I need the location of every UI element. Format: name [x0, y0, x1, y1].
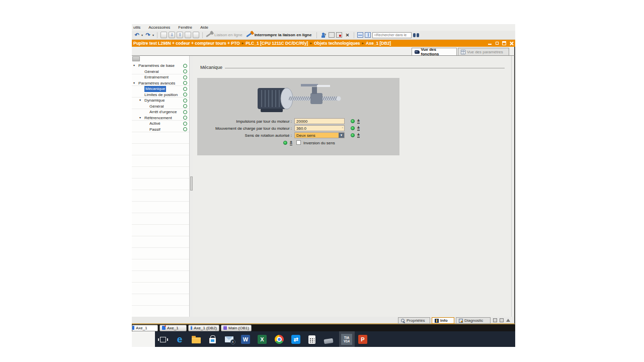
- toolbar: ↶ ▾ ↷ ▾ ⇩ ⇧ Liaison en ligne Interrompre…: [132, 31, 515, 40]
- float-pane-icon[interactable]: [493, 318, 497, 322]
- tree-item-mecanique-selected[interactable]: Mécanique: [132, 86, 189, 92]
- go-offline-icon[interactable]: [246, 33, 252, 37]
- tab-info[interactable]: Info: [432, 317, 454, 324]
- inversion-checkbox[interactable]: [296, 140, 301, 145]
- show-errors-icon[interactable]: [336, 32, 342, 38]
- mouvement-input[interactable]: 360.0 °: [294, 125, 345, 131]
- expander-icon[interactable]: ▾: [139, 115, 141, 121]
- start-value-icon[interactable]: ±: [357, 119, 360, 124]
- breadcrumb-separator-icon: ▸: [362, 41, 364, 45]
- status-ok-icon: [183, 75, 187, 79]
- excel-icon[interactable]: X: [257, 334, 268, 345]
- undo-button[interactable]: ↶: [133, 32, 140, 39]
- close-all-icon[interactable]: ✕: [344, 32, 351, 39]
- expander-icon[interactable]: ▾: [139, 98, 141, 104]
- tree-item-parametres-de-base[interactable]: ▾ Paramètres de base: [132, 63, 189, 69]
- tree-label: Paramètres de base: [138, 63, 175, 69]
- tia-portal-icon[interactable]: TIA V14: [341, 334, 352, 345]
- redo-dropdown-icon[interactable]: ▾: [152, 33, 154, 37]
- stop-cpu-icon[interactable]: [193, 32, 199, 38]
- sens-rotation-dropdown[interactable]: Deux sens ▼: [294, 132, 345, 138]
- redo-button[interactable]: ↷: [144, 32, 151, 39]
- toolbar-separator: [354, 32, 354, 38]
- upload-from-device-icon[interactable]: ⇧: [177, 32, 183, 38]
- status-ok-icon: [183, 116, 187, 120]
- breadcrumb-axis[interactable]: Axe_1 [DB2]: [366, 41, 391, 46]
- tree-item-arret-urgence[interactable]: Arrêt d'urgence: [132, 109, 189, 115]
- nav-options-icon[interactable]: [132, 56, 140, 61]
- tree-item-parametres-avances[interactable]: ▾ Paramètres avancés: [132, 80, 189, 86]
- field-value: 360.0: [296, 126, 306, 131]
- status-ok-icon: [183, 104, 187, 108]
- download-to-device-icon[interactable]: ⇩: [169, 32, 175, 38]
- tab-diagnostic[interactable]: Diagnostic: [456, 317, 491, 324]
- impulsions-input[interactable]: 20000: [294, 118, 345, 124]
- breadcrumb-project[interactable]: Pupitre test L298N + codeur + compteur t…: [133, 41, 240, 46]
- tree-item-dynamique-general[interactable]: Général: [132, 104, 189, 110]
- menu-item-accessoires[interactable]: Accessoires: [148, 25, 170, 30]
- maximize-icon[interactable]: [502, 41, 506, 45]
- microsoft-store-icon[interactable]: [207, 334, 218, 345]
- collapse-pane-icon[interactable]: [506, 319, 510, 322]
- restore-icon[interactable]: [495, 41, 499, 45]
- online-diagnostics-icon[interactable]: ?: [320, 32, 327, 39]
- minimize-icon[interactable]: [488, 41, 492, 45]
- minimize-pane-icon[interactable]: [500, 318, 504, 322]
- tia-label-line2: V14: [344, 339, 350, 343]
- tree-label: Général: [149, 104, 164, 110]
- menu-item-fenetre[interactable]: Fenêtre: [178, 25, 192, 30]
- close-icon[interactable]: [509, 41, 513, 45]
- tree-item-referencement[interactable]: ▾ Référencement: [132, 115, 189, 121]
- usb-drive-icon[interactable]: [323, 334, 334, 345]
- mail-icon[interactable]: 4: [223, 334, 234, 345]
- start-value-icon[interactable]: ±: [357, 133, 360, 138]
- tree-label: Entraînement: [144, 74, 169, 80]
- go-online-icon[interactable]: [206, 33, 212, 37]
- menu-item-aide[interactable]: Aide: [200, 25, 208, 30]
- tree-item-entrainement[interactable]: Entraînement: [132, 74, 189, 80]
- go-online-label[interactable]: Liaison en ligne: [214, 33, 243, 37]
- tab-function-view[interactable]: Vue des fonctions: [412, 48, 457, 55]
- powerpoint-icon[interactable]: P: [357, 334, 368, 345]
- tree-item-dynamique[interactable]: ▾ Dynamique: [132, 98, 189, 104]
- breadcrumb-plc[interactable]: PLC_1 [CPU 1211C DC/DC/Rly]: [246, 41, 308, 46]
- breadcrumb-tech-objects[interactable]: Objets technologiques: [314, 41, 360, 46]
- dropdown-arrow-icon[interactable]: ▼: [339, 133, 344, 138]
- split-horizontal-icon[interactable]: [357, 32, 363, 38]
- tree-item-passif[interactable]: Passif: [132, 127, 189, 133]
- expander-icon[interactable]: ▾: [133, 63, 135, 69]
- word-icon[interactable]: W: [240, 334, 251, 345]
- file-explorer-icon[interactable]: [191, 334, 202, 345]
- tab-parameter-view[interactable]: Vue des paramètres: [458, 48, 509, 55]
- expander-icon[interactable]: ▾: [133, 80, 135, 86]
- task-view-icon[interactable]: [157, 334, 169, 345]
- menu-item-outils[interactable]: utils: [133, 25, 140, 30]
- start-value-icon[interactable]: ±: [357, 126, 360, 131]
- menu-bar: utils Accessoires Fenêtre Aide: [132, 24, 515, 31]
- tree-item-limites-de-position[interactable]: Limites de position: [132, 92, 189, 98]
- split-vertical-icon[interactable]: [365, 32, 371, 38]
- nav-scrollbar[interactable]: [189, 56, 193, 317]
- field-label: Impulsions par tour du moteur :: [197, 119, 292, 124]
- content-scrollbar[interactable]: [511, 56, 514, 317]
- tree-item-general[interactable]: Général: [132, 69, 189, 75]
- search-project-icon[interactable]: [413, 33, 419, 37]
- tree-item-actif[interactable]: Activé: [132, 121, 189, 127]
- show-crossref-icon[interactable]: [329, 32, 335, 38]
- go-offline-label[interactable]: Interrompre la liaison en ligne: [255, 33, 312, 37]
- start-value-icon[interactable]: ±: [290, 140, 292, 145]
- search-input[interactable]: [372, 32, 412, 38]
- undo-dropdown-icon[interactable]: ▾: [141, 33, 143, 37]
- calculator-icon[interactable]: [306, 334, 317, 345]
- editor-button-axe1-db2[interactable]: Axe_1 (DB2): [188, 325, 219, 331]
- compile-icon[interactable]: [160, 32, 167, 38]
- edge-icon[interactable]: e: [174, 334, 185, 345]
- chrome-icon[interactable]: [274, 334, 285, 345]
- editor-button-axe1-functionview[interactable]: Axe_1: [132, 325, 158, 331]
- tab-proprietes[interactable]: Propriétés: [398, 317, 430, 324]
- status-ok-icon: [183, 127, 187, 131]
- start-cpu-icon[interactable]: [185, 32, 191, 38]
- teamviewer-icon[interactable]: ⇄: [290, 334, 301, 345]
- editor-button-axe1[interactable]: Axe_1: [159, 325, 187, 331]
- editor-button-main-ob1[interactable]: Main (OB1): [221, 325, 252, 331]
